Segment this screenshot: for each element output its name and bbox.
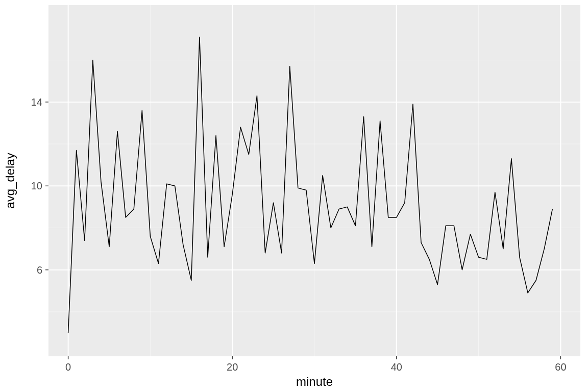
y-axis-title: avg_delay — [3, 153, 17, 208]
line-chart: 0204060 61014 minute avg_delay — [0, 0, 588, 392]
y-tick-label: 14 — [31, 96, 42, 108]
y-axis-tick-labels: 61014 — [31, 96, 42, 276]
x-tick-label: 60 — [555, 361, 566, 373]
y-axis-ticks — [45, 102, 48, 270]
y-tick-label: 6 — [37, 264, 42, 276]
y-tick-label: 10 — [31, 180, 42, 191]
x-axis-title: minute — [296, 375, 333, 388]
x-axis-tick-labels: 0204060 — [65, 361, 567, 373]
x-tick-label: 20 — [227, 361, 238, 373]
x-tick-label: 40 — [391, 361, 402, 373]
x-tick-label: 0 — [65, 361, 71, 373]
x-axis-ticks — [68, 356, 561, 359]
chart-container: 0204060 61014 minute avg_delay — [0, 0, 588, 392]
